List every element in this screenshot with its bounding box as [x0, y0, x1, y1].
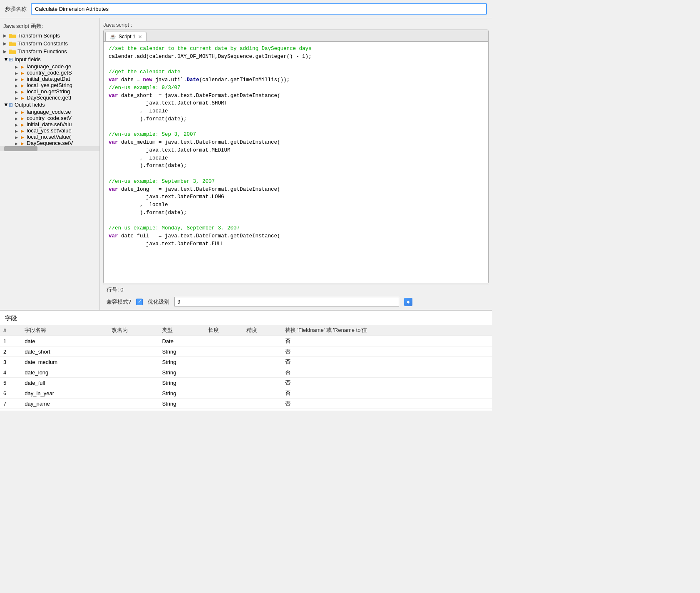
- input-fields-group[interactable]: ▼ ⊞ Input fields: [0, 55, 99, 63]
- sidebar-item-transform-constants[interactable]: ▶ Transform Constants: [0, 40, 99, 47]
- output-field-item[interactable]: ▶ ▶ DaySequence.setV: [0, 140, 99, 146]
- cell-rename: [108, 367, 159, 378]
- cell-type: String: [159, 357, 204, 367]
- arrow-icon: ▶: [3, 33, 9, 38]
- top-bar: 步骤名称: [0, 0, 492, 18]
- code-text: date =: [118, 77, 143, 83]
- svg-rect-4: [9, 50, 16, 54]
- col-header-type: 类型: [159, 325, 204, 336]
- cell-type: String: [159, 388, 204, 399]
- field-icon: ▶: [21, 116, 24, 121]
- sub-arrow-icon: ▶: [15, 142, 19, 146]
- table-row: 4 date_long String 否: [0, 367, 492, 378]
- input-field-item[interactable]: ▶ ▶ language_code.ge: [0, 63, 99, 70]
- folder-icon: [9, 49, 16, 55]
- transform-constants-label: Transform Constants: [17, 40, 68, 47]
- cell-precision: [243, 336, 282, 346]
- fields-table-body: 1 date Date 否 2 date_short String 否 3 da…: [0, 336, 492, 409]
- output-field-label: DaySequence.setV: [27, 140, 73, 146]
- field-icon: ▶: [21, 65, 24, 69]
- col-header-precision: 精度: [243, 325, 282, 336]
- output-field-label: language_code.se: [27, 109, 71, 115]
- input-field-item[interactable]: ▶ ▶ local_yes.getString: [0, 82, 99, 88]
- code-line: calendar.add(calendar.DAY_OF_MONTH,DaySe…: [109, 53, 483, 61]
- folder-icon: [9, 41, 16, 47]
- cell-name: day_in_year: [21, 388, 108, 399]
- code-line: ).format(date);: [109, 115, 483, 123]
- sidebar-item-transform-scripts[interactable]: ▶ Transform Scripts: [0, 32, 99, 40]
- output-fields-label: Output fields: [15, 102, 45, 108]
- output-field-item[interactable]: ▶ ▶ local_no.setValue(: [0, 134, 99, 140]
- cell-rename: [108, 357, 159, 367]
- field-icon: ▶: [21, 122, 24, 127]
- transform-scripts-label: Transform Scripts: [17, 32, 60, 39]
- keyword: var: [109, 140, 118, 145]
- cell-name: date_full: [21, 378, 108, 388]
- col-header-replace: 替换 'Fieldname' 或 'Rename to'值: [282, 325, 477, 336]
- input-field-item[interactable]: ▶ ▶ country_code.getS: [0, 70, 99, 76]
- code-editor[interactable]: //set the calendar to the current date b…: [104, 42, 488, 284]
- code-text: (calendar.getTimeInMillis());: [199, 77, 290, 83]
- cell-extra: [477, 378, 492, 388]
- fields-table: # 字段名称 改名为 类型 长度 精度 替换 'Fieldname' 或 'Re…: [0, 325, 492, 409]
- optlevel-input[interactable]: [174, 297, 399, 306]
- scrollbar-thumb[interactable]: [4, 146, 37, 151]
- cell-name: date_short: [21, 346, 108, 357]
- cell-rename: [108, 388, 159, 399]
- field-icon: ▶: [21, 110, 24, 115]
- cell-rename: [108, 399, 159, 409]
- script-tab-label: Script 1: [119, 34, 136, 40]
- opt-end-icon[interactable]: ◆: [404, 298, 412, 306]
- cell-type: String: [159, 399, 204, 409]
- horizontal-scrollbar[interactable]: [0, 146, 99, 151]
- svg-rect-0: [9, 35, 16, 38]
- cell-replace: 否: [282, 346, 477, 357]
- input-field-item[interactable]: ▶ ▶ DaySequence.getI: [0, 95, 99, 101]
- code-line: [109, 123, 483, 131]
- table-row: 2 date_short String 否: [0, 346, 492, 357]
- field-icon: ▶: [21, 71, 24, 75]
- cell-length: [205, 378, 243, 388]
- field-icon: ▶: [21, 83, 24, 88]
- cell-precision: [243, 367, 282, 378]
- output-field-item[interactable]: ▶ ▶ country_code.setV: [0, 115, 99, 121]
- cell-rename: [108, 346, 159, 357]
- field-icon: ▶: [21, 77, 24, 82]
- cell-replace: 否: [282, 378, 477, 388]
- cell-replace: 否: [282, 357, 477, 367]
- input-field-item[interactable]: ▶ ▶ local_no.getString: [0, 88, 99, 95]
- right-panel: Java script : ☕ Script 1 ✕ //set the cal…: [100, 18, 492, 310]
- output-field-item[interactable]: ▶ ▶ local_yes.setValue: [0, 127, 99, 134]
- output-fields-group[interactable]: ▼ ⊞ Output fields: [0, 101, 99, 109]
- cell-precision: [243, 357, 282, 367]
- cell-rename: [108, 336, 159, 346]
- code-text: date_short = java.text.DateFormat.getDat…: [118, 93, 280, 99]
- sidebar-item-transform-functions[interactable]: ▶ Transform Functions: [0, 47, 99, 55]
- col-header-name: 字段名称: [21, 325, 108, 336]
- fields-section-title: 字段: [0, 312, 492, 325]
- input-field-item[interactable]: ▶ ▶ initial_date.getDat: [0, 76, 99, 82]
- code-line: var date_medium = java.text.DateFormat.g…: [109, 139, 483, 147]
- col-header-rename: 改名为: [108, 325, 159, 336]
- code-line: [109, 217, 483, 225]
- output-field-label: local_yes.setValue: [27, 127, 71, 134]
- code-line: , locale: [109, 154, 483, 162]
- output-field-item[interactable]: ▶ ▶ initial_date.setValu: [0, 121, 99, 127]
- table-row: 1 date Date 否: [0, 336, 492, 346]
- svg-rect-2: [9, 42, 16, 46]
- close-icon[interactable]: ✕: [138, 34, 142, 40]
- cell-length: [205, 357, 243, 367]
- compat-checkbox[interactable]: ✓: [136, 299, 143, 305]
- code-line: var date_short = java.text.DateFormat.ge…: [109, 92, 483, 100]
- table-row: 3 date_medium String 否: [0, 357, 492, 367]
- cell-replace: 否: [282, 336, 477, 346]
- table-row: 6 day_in_year String 否: [0, 388, 492, 399]
- output-field-item[interactable]: ▶ ▶ language_code.se: [0, 109, 99, 115]
- step-name-input[interactable]: [31, 3, 487, 15]
- sub-arrow-icon: ▶: [15, 84, 19, 88]
- field-icon: ▶: [21, 135, 24, 140]
- col-header-extra: [477, 325, 492, 336]
- script-tab-1[interactable]: ☕ Script 1 ✕: [105, 32, 146, 41]
- code-text: date_medium = java.text.DateFormat.getDa…: [118, 140, 280, 145]
- cell-extra: [477, 336, 492, 346]
